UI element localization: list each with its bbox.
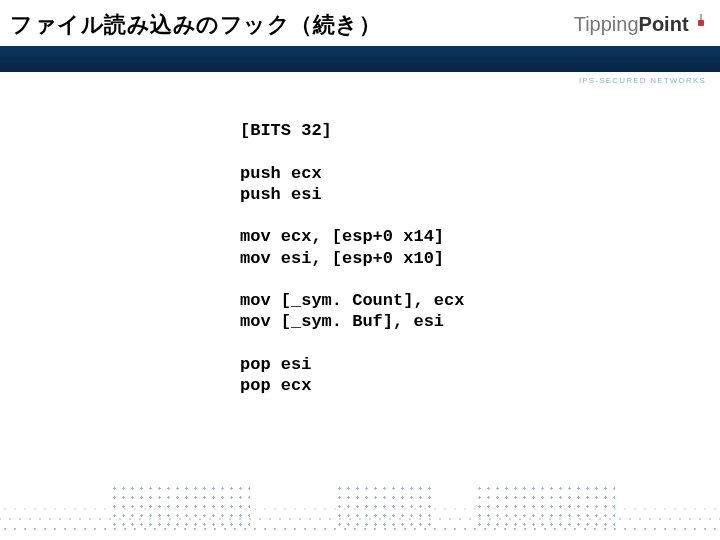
header-band (0, 46, 720, 72)
brand-logo-right: Point (639, 13, 689, 35)
footer-dots-cluster (475, 484, 615, 532)
footer-dots-cluster (335, 484, 435, 532)
svg-rect-0 (698, 20, 704, 26)
slide: ファイル読み込みのフック（続き） TippingPoint IPS-SECURE… (0, 0, 720, 540)
svg-rect-1 (700, 14, 702, 20)
footer-dots-cluster (110, 484, 250, 532)
brand-logo: TippingPoint (574, 14, 706, 34)
slide-title: ファイル読み込みのフック（続き） (10, 10, 381, 40)
code-block: [BITS 32] push ecx push esi mov ecx, [es… (240, 120, 464, 396)
slide-header: ファイル読み込みのフック（続き） TippingPoint (0, 0, 720, 72)
brand-logo-left: Tipping (574, 13, 639, 35)
brand-logo-icon (696, 14, 706, 33)
brand-logo-text: TippingPoint (574, 14, 689, 34)
brand-tagline: IPS-SECURED NETWORKS (579, 76, 706, 85)
